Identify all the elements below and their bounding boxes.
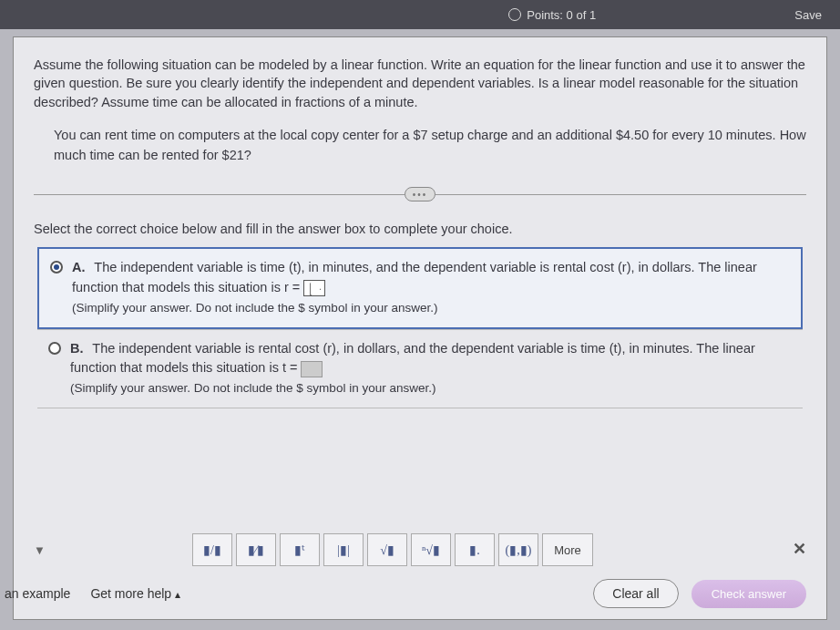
view-example-link[interactable]: an example [5, 586, 70, 601]
math-palette: ▮/▮ ▮⁄▮ ▮ᵗ |▮| √▮ ⁿ√▮ ▮. (▮,▮) More [192, 533, 593, 566]
palette-ordered-pair[interactable]: (▮,▮) [498, 533, 538, 566]
section-divider: ••• [34, 187, 806, 201]
answer-input-a[interactable] [303, 280, 325, 296]
get-help-link[interactable]: Get more help ▴ [90, 586, 180, 601]
check-answer-button[interactable]: Check answer [691, 580, 806, 608]
choice-a-note: (Simplify your answer. Do not include th… [72, 301, 437, 315]
palette-subscript[interactable]: ▮. [455, 533, 495, 566]
math-palette-row: ▼ ▮/▮ ▮⁄▮ ▮ᵗ |▮| √▮ ⁿ√▮ ▮. (▮,▮) More ✕ [34, 533, 806, 566]
radio-a[interactable] [50, 261, 63, 274]
save-button[interactable]: Save [794, 8, 822, 22]
problem-intro: Assume the following situation can be mo… [34, 56, 806, 111]
points-label: Points: 0 of 1 [527, 8, 596, 22]
palette-fraction[interactable]: ▮/▮ [192, 533, 232, 566]
palette-more[interactable]: More [542, 533, 593, 566]
palette-exponent[interactable]: ▮ᵗ [280, 533, 320, 566]
palette-sqrt[interactable]: √▮ [367, 533, 407, 566]
clear-all-button[interactable]: Clear all [593, 579, 678, 608]
palette-prev-icon[interactable]: ▼ [34, 543, 46, 556]
divider-handle-icon[interactable]: ••• [405, 187, 436, 201]
close-palette-icon[interactable]: ✕ [793, 539, 806, 559]
choice-b-note: (Simplify your answer. Do not include th… [70, 381, 435, 395]
choice-a-text: The independent variable is time (t), in… [72, 260, 757, 294]
choice-a-label: A. [72, 260, 86, 274]
choice-b-label: B. [70, 341, 84, 356]
problem-scenario: You can rent time on computers at the lo… [34, 124, 806, 182]
choice-a[interactable]: A. The independent variable is time (t),… [37, 247, 803, 328]
palette-abs[interactable]: |▮| [323, 533, 364, 566]
instruction-text: Select the correct choice below and fill… [34, 222, 806, 236]
answer-input-b[interactable] [301, 361, 323, 377]
radio-b[interactable] [48, 342, 61, 355]
palette-mixed-fraction[interactable]: ▮⁄▮ [236, 533, 276, 566]
question-panel: Assume the following situation can be mo… [13, 36, 827, 620]
choice-b[interactable]: B. The independent variable is rental co… [37, 330, 803, 408]
footer-row: an example Get more help ▴ Clear all Che… [14, 579, 806, 608]
palette-nroot[interactable]: ⁿ√▮ [411, 533, 451, 566]
top-bar: Points: 0 of 1 Save [0, 0, 840, 29]
points-icon [508, 8, 521, 21]
choice-b-text: The independent variable is rental cost … [70, 341, 755, 376]
